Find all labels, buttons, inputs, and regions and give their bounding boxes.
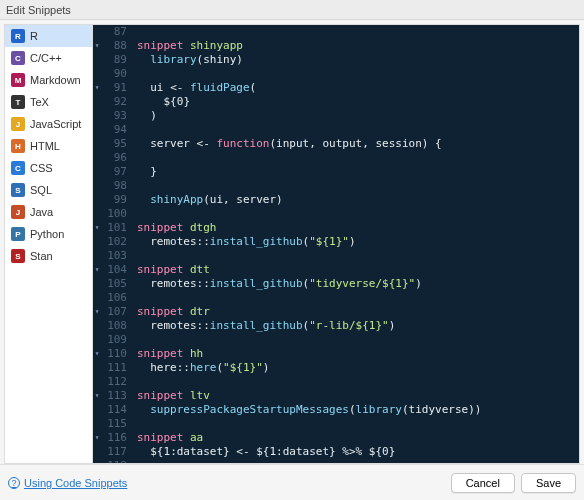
cancel-button[interactable]: Cancel xyxy=(451,473,515,493)
code-editor[interactable]: 8788899091929394959697989910010110210310… xyxy=(93,25,579,463)
code-line[interactable]: snippet shinyapp xyxy=(133,39,579,53)
code-line[interactable]: snippet aa xyxy=(133,431,579,445)
sidebar-item-stan[interactable]: SStan xyxy=(5,245,92,267)
editor-gutter: 8788899091929394959697989910010110210310… xyxy=(93,25,133,463)
code-line[interactable]: ${0} xyxy=(133,95,579,109)
gutter-line: 106 xyxy=(93,291,127,305)
code-line[interactable] xyxy=(133,25,579,39)
code-line[interactable]: snippet dtt xyxy=(133,263,579,277)
dialog-footer: ? Using Code Snippets Cancel Save xyxy=(0,464,584,500)
code-line[interactable] xyxy=(133,291,579,305)
code-line[interactable]: remotes::install_github("r-lib/${1}") xyxy=(133,319,579,333)
gutter-line: 102 xyxy=(93,235,127,249)
code-line[interactable] xyxy=(133,249,579,263)
sidebar-item-javascript[interactable]: JJavaScript xyxy=(5,113,92,135)
sidebar-item-html[interactable]: HHTML xyxy=(5,135,92,157)
editor-code-area[interactable]: snippet shinyapp library(shiny) ui <- fl… xyxy=(133,25,579,463)
js-icon: J xyxy=(11,117,25,131)
sidebar-item-markdown[interactable]: MMarkdown xyxy=(5,69,92,91)
gutter-line: 108 xyxy=(93,319,127,333)
sidebar-item-label: CSS xyxy=(30,162,53,174)
gutter-line: 103 xyxy=(93,249,127,263)
sidebar-item-tex[interactable]: TTeX xyxy=(5,91,92,113)
gutter-line: 97 xyxy=(93,165,127,179)
gutter-line: 92 xyxy=(93,95,127,109)
gutter-line: 118 xyxy=(93,459,127,463)
sidebar-item-label: JavaScript xyxy=(30,118,81,130)
help-link-label: Using Code Snippets xyxy=(24,477,127,489)
gutter-line: 94 xyxy=(93,123,127,137)
code-line[interactable] xyxy=(133,333,579,347)
code-line[interactable] xyxy=(133,207,579,221)
gutter-line: 117 xyxy=(93,445,127,459)
html-icon: H xyxy=(11,139,25,153)
code-line[interactable]: snippet dtgh xyxy=(133,221,579,235)
sidebar-item-label: Markdown xyxy=(30,74,81,86)
code-line[interactable]: suppressPackageStartupMessages(library(t… xyxy=(133,403,579,417)
gutter-line: 89 xyxy=(93,53,127,67)
code-line[interactable]: ) xyxy=(133,109,579,123)
gutter-line: 91 xyxy=(93,81,127,95)
sidebar-item-label: R xyxy=(30,30,38,42)
code-line[interactable]: ${1:dataset} <- ${1:dataset} %>% ${0} xyxy=(133,445,579,459)
gutter-line: 95 xyxy=(93,137,127,151)
code-line[interactable] xyxy=(133,459,579,463)
help-link[interactable]: ? Using Code Snippets xyxy=(8,477,127,489)
sidebar-item-label: Java xyxy=(30,206,53,218)
sidebar-item-c-c-[interactable]: CC/C++ xyxy=(5,47,92,69)
gutter-line: 96 xyxy=(93,151,127,165)
tex-icon: T xyxy=(11,95,25,109)
gutter-line: 98 xyxy=(93,179,127,193)
gutter-line: 113 xyxy=(93,389,127,403)
gutter-line: 109 xyxy=(93,333,127,347)
code-line[interactable] xyxy=(133,179,579,193)
code-line[interactable]: remotes::install_github("tidyverse/${1}"… xyxy=(133,277,579,291)
gutter-line: 115 xyxy=(93,417,127,431)
sidebar-item-label: Stan xyxy=(30,250,53,262)
gutter-line: 101 xyxy=(93,221,127,235)
code-line[interactable]: snippet dtr xyxy=(133,305,579,319)
gutter-line: 110 xyxy=(93,347,127,361)
gutter-line: 87 xyxy=(93,25,127,39)
sidebar-item-label: Python xyxy=(30,228,64,240)
code-line[interactable]: ui <- fluidPage( xyxy=(133,81,579,95)
code-line[interactable] xyxy=(133,417,579,431)
dialog-title: Edit Snippets xyxy=(0,0,584,20)
md-icon: M xyxy=(11,73,25,87)
sidebar-item-sql[interactable]: SSQL xyxy=(5,179,92,201)
code-line[interactable]: snippet ltv xyxy=(133,389,579,403)
sql-icon: S xyxy=(11,183,25,197)
gutter-line: 105 xyxy=(93,277,127,291)
code-line[interactable] xyxy=(133,375,579,389)
css-icon: C xyxy=(11,161,25,175)
cpp-icon: C xyxy=(11,51,25,65)
stan-icon: S xyxy=(11,249,25,263)
code-line[interactable]: remotes::install_github("${1}") xyxy=(133,235,579,249)
sidebar-item-css[interactable]: CCSS xyxy=(5,157,92,179)
code-line[interactable]: here::here("${1}") xyxy=(133,361,579,375)
help-icon: ? xyxy=(8,477,20,489)
gutter-line: 114 xyxy=(93,403,127,417)
save-button[interactable]: Save xyxy=(521,473,576,493)
code-line[interactable]: } xyxy=(133,165,579,179)
gutter-line: 104 xyxy=(93,263,127,277)
code-line[interactable]: shinyApp(ui, server) xyxy=(133,193,579,207)
code-line[interactable]: snippet hh xyxy=(133,347,579,361)
gutter-line: 88 xyxy=(93,39,127,53)
code-line[interactable] xyxy=(133,123,579,137)
java-icon: J xyxy=(11,205,25,219)
main-area: RRCC/C++MMarkdownTTeXJJavaScriptHHTMLCCS… xyxy=(4,24,580,464)
sidebar-item-python[interactable]: PPython xyxy=(5,223,92,245)
gutter-line: 112 xyxy=(93,375,127,389)
code-line[interactable]: server <- function(input, output, sessio… xyxy=(133,137,579,151)
language-sidebar: RRCC/C++MMarkdownTTeXJJavaScriptHHTMLCCS… xyxy=(5,25,93,463)
sidebar-item-label: SQL xyxy=(30,184,52,196)
sidebar-item-java[interactable]: JJava xyxy=(5,201,92,223)
code-line[interactable] xyxy=(133,67,579,81)
code-line[interactable]: library(shiny) xyxy=(133,53,579,67)
r-icon: R xyxy=(11,29,25,43)
py-icon: P xyxy=(11,227,25,241)
gutter-line: 100 xyxy=(93,207,127,221)
code-line[interactable] xyxy=(133,151,579,165)
sidebar-item-r[interactable]: RR xyxy=(5,25,92,47)
